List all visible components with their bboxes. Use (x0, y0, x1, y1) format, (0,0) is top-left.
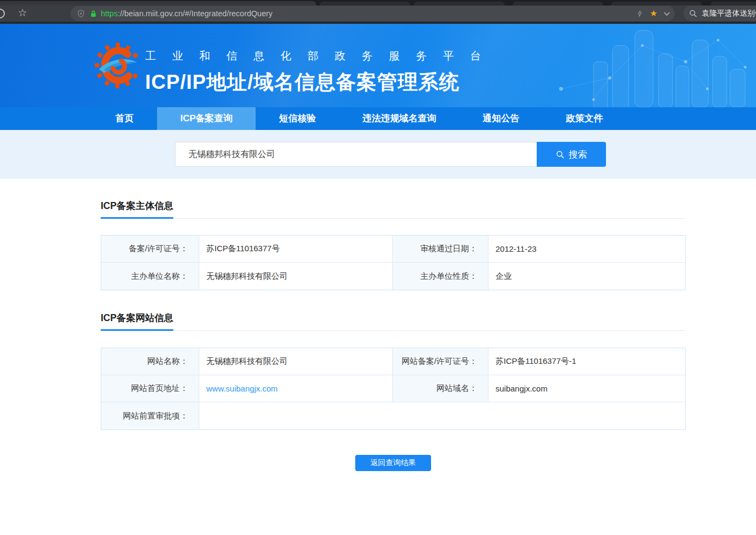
table-value: 企业 (488, 263, 685, 290)
search-icon (689, 9, 698, 18)
nav-item-icp-query[interactable]: ICP备案查询 (157, 107, 256, 130)
table-value: 苏ICP备11016377号-1 (488, 348, 685, 375)
shield-icon[interactable] (77, 9, 85, 18)
browser-tab[interactable] (414, 2, 505, 5)
website-home-link[interactable]: www.suibangjx.com (206, 384, 278, 393)
miit-gear-logo (94, 42, 141, 89)
search-section: 搜索 (0, 130, 756, 179)
nav-item-policies[interactable]: 政策文件 (543, 107, 626, 130)
table-label: 网站备案/许可证号： (393, 348, 488, 375)
nav-item-sms-verify[interactable]: 短信核验 (256, 107, 339, 130)
subject-section-title: ICP备案主体信息 (101, 199, 173, 219)
nav-item-illegal-domain[interactable]: 违法违规域名查询 (339, 107, 459, 130)
table-value: 苏ICP备11016377号 (199, 236, 393, 263)
table-label: 网站域名： (393, 375, 488, 402)
browser-quick-search[interactable]: 袁隆平遗体送别仪 (683, 6, 756, 21)
reload-icon[interactable] (0, 9, 5, 18)
browser-tabstrip (0, 0, 756, 5)
nav-item-notices[interactable]: 通知公告 (459, 107, 543, 130)
table-label: 网站名称： (101, 348, 199, 375)
table-label: 网站首页地址： (101, 375, 199, 402)
browser-tab[interactable] (320, 2, 410, 5)
table-label: 网站前置审批项： (101, 402, 199, 429)
platform-name: 工业和信息化部政务服务平台 (145, 49, 497, 63)
table-value: www.suibangjx.com (199, 375, 393, 402)
website-section-header: ICP备案网站信息 (101, 311, 686, 331)
table-value: 无锡穗邦科技有限公司 (199, 348, 393, 375)
search-input[interactable] (175, 142, 537, 167)
table-label: 主办单位名称： (101, 263, 199, 290)
table-value: 无锡穗邦科技有限公司 (199, 263, 393, 290)
browser-chrome: ☆ https://beian.miit.gov.cn/#/Integrated… (0, 0, 756, 24)
site-header: 工业和信息化部政务服务平台 ICP/IP地址/域名信息备案管理系统 (0, 24, 756, 107)
browser-tab[interactable] (711, 2, 756, 5)
browser-tab-active[interactable] (0, 1, 316, 5)
browser-tab[interactable] (512, 2, 603, 5)
subject-info-table: 备案/许可证号： 苏ICP备11016377号 审核通过日期： 2012-11-… (101, 235, 686, 290)
system-title: ICP/IP地址/域名信息备案管理系统 (145, 69, 497, 96)
lightning-icon[interactable] (636, 9, 643, 18)
nav-item-home[interactable]: 首页 (92, 107, 157, 130)
chevron-down-icon[interactable] (664, 10, 670, 16)
back-to-results-button[interactable]: 返回查询结果 (355, 455, 431, 471)
website-info-table: 网站名称： 无锡穗邦科技有限公司 网站备案/许可证号： 苏ICP备1101637… (101, 348, 686, 430)
table-value: suibangjx.com (488, 375, 685, 402)
results-content: ICP备案主体信息 备案/许可证号： 苏ICP备11016377号 审核通过日期… (101, 199, 686, 471)
subject-section-header: ICP备案主体信息 (101, 199, 686, 219)
table-value (199, 402, 685, 429)
search-button-label: 搜索 (569, 148, 587, 161)
search-button[interactable]: 搜索 (537, 142, 606, 167)
url-text: ://beian.miit.gov.cn/#/Integrated/record… (118, 9, 272, 18)
quick-search-text: 袁隆平遗体送别仪 (702, 9, 756, 18)
table-label: 备案/许可证号： (101, 236, 199, 263)
table-label: 主办单位性质： (393, 263, 488, 290)
search-icon (556, 150, 565, 159)
bookmark-star-icon[interactable]: ☆ (18, 6, 27, 19)
table-value: 2012-11-23 (488, 236, 685, 263)
url-field[interactable]: https://beian.miit.gov.cn/#/Integrated/r… (70, 6, 675, 21)
https-lock-icon (90, 10, 97, 18)
website-section-title: ICP备案网站信息 (101, 311, 173, 331)
table-label: 审核通过日期： (393, 236, 488, 263)
address-bar: ☆ https://beian.miit.gov.cn/#/Integrated… (0, 5, 756, 22)
cityscape-graphic (529, 24, 756, 107)
browser-tab[interactable] (611, 2, 702, 5)
url-scheme: https (101, 9, 118, 18)
main-nav: 首页 ICP备案查询 短信核验 违法违规域名查询 通知公告 政策文件 (0, 107, 756, 130)
favorite-star-icon[interactable]: ★ (650, 9, 657, 18)
